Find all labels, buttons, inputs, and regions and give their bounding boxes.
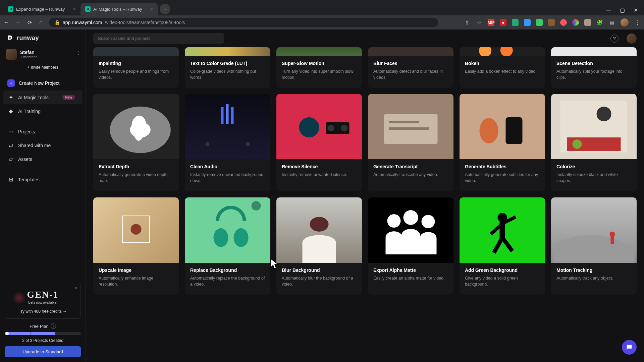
tool-desc: Automatically track any object.: [556, 275, 631, 281]
tool-card-blur-faces[interactable]: Blur FacesAutomatically detect and blur …: [368, 47, 453, 88]
close-icon[interactable]: ×: [73, 6, 76, 12]
info-icon[interactable]: i: [51, 323, 56, 329]
tool-card-replace-background[interactable]: Replace BackgroundAutomatically replace …: [185, 197, 270, 295]
tool-thumb: [185, 47, 270, 56]
promo-cta-link[interactable]: Try with 400 free credits →: [19, 309, 67, 314]
tool-card-inpainting[interactable]: InpaintingEasily remove people and thing…: [93, 47, 179, 88]
tool-thumb: [551, 47, 637, 56]
extension-icon[interactable]: [548, 19, 555, 26]
tool-desc: Automatically generate a video depth map…: [99, 172, 173, 184]
chat-fab[interactable]: [622, 340, 637, 355]
tool-card-generate-transcript[interactable]: Generate TranscriptAutomatically transcr…: [368, 94, 453, 191]
sidebar-item-ai-training[interactable]: ◆ AI Training: [0, 104, 86, 118]
chrome-profile-avatar[interactable]: [621, 18, 629, 26]
tool-thumb: [93, 47, 179, 56]
templates-icon: ⊞: [7, 176, 14, 183]
help-icon[interactable]: ?: [610, 35, 619, 43]
close-icon[interactable]: ×: [150, 6, 153, 12]
promo-glow: [12, 291, 26, 305]
browser-tab[interactable]: R Expand Image – Runway ×: [3, 3, 80, 15]
forward-icon[interactable]: →: [15, 19, 21, 25]
extension-icon[interactable]: [560, 19, 567, 26]
workspace-switcher[interactable]: Stefan 1 member ˄˅: [0, 46, 86, 62]
tool-card-bokeh[interactable]: BokehEasily add a bokeh effect to any vi…: [460, 47, 545, 88]
tool-grid: InpaintingEasily remove people and thing…: [86, 47, 644, 308]
svg-point-15: [597, 107, 611, 121]
sidebar-item-assets[interactable]: ▱ Assets: [0, 152, 86, 166]
plan-box: Free Plan i 2 of 3 Projects Created Upgr…: [5, 323, 81, 357]
sidepanel-icon[interactable]: ▤: [608, 19, 615, 26]
sidebar-item-shared[interactable]: ⇄ Shared with me: [0, 138, 86, 152]
nav-label: Projects: [18, 129, 35, 134]
tool-thumb: [460, 197, 545, 263]
share-icon[interactable]: ⇪: [464, 19, 470, 26]
tab-title: Expand Image – Runway: [16, 7, 65, 12]
logo[interactable]: runway: [0, 29, 86, 46]
svg-line-32: [502, 238, 513, 251]
extensions-puzzle-icon[interactable]: 🧩: [596, 19, 603, 26]
tool-card-colorize[interactable]: ColorizeInstantly colorize black and whi…: [551, 94, 637, 191]
maximize-icon[interactable]: ▢: [620, 7, 625, 13]
extension-icon[interactable]: [584, 19, 591, 26]
close-window-icon[interactable]: ✕: [634, 7, 638, 13]
home-icon[interactable]: ⌂: [38, 19, 44, 25]
upgrade-button[interactable]: Upgrade to Standard: [5, 346, 81, 357]
plan-name: Free Plan: [30, 324, 48, 329]
sidebar-item-magic-tools[interactable]: ✦ AI Magic Tools New: [3, 90, 82, 104]
tool-card-add-green-background[interactable]: Add Green BackgroundGive any video a sol…: [460, 197, 545, 295]
tool-card-motion-tracking[interactable]: Motion TrackingAutomatically track any o…: [551, 197, 637, 295]
tool-title: Motion Tracking: [556, 267, 631, 273]
tool-card-generate-subtitles[interactable]: Generate SubtitlesAutomatically generate…: [460, 94, 545, 191]
tool-desc: Color-grade videos with nothing but word…: [190, 68, 265, 80]
tool-card-export-alpha-matte[interactable]: Export Alpha MatteEasily create an alpha…: [368, 197, 453, 295]
tool-title: Extract Depth: [99, 164, 173, 169]
tool-desc: Instantly remove unwanted background noi…: [190, 172, 265, 184]
reload-icon[interactable]: ⟳: [26, 19, 33, 26]
svg-rect-13: [506, 117, 523, 144]
gen1-promo: × GEN-1 Beta now available! Try with 400…: [5, 283, 81, 319]
tool-card-upscale-image[interactable]: Upscale ImageAutomatically enhance image…: [93, 197, 179, 295]
tool-thumb: [276, 94, 362, 159]
kebab-menu-icon[interactable]: ⋮: [634, 19, 641, 26]
tool-card-slow-motion[interactable]: Super-Slow MotionTurn any video into sup…: [276, 47, 362, 88]
extension-icon[interactable]: [524, 19, 531, 26]
address-bar: ← → ⟳ ⌂ 🔒 app.runwayml.com/video-tools/t…: [0, 15, 644, 29]
search-input[interactable]: [93, 33, 224, 44]
svg-rect-10: [389, 121, 419, 123]
tool-thumb: [460, 47, 545, 56]
star-icon[interactable]: ☆: [476, 19, 482, 26]
extension-icon[interactable]: [572, 19, 579, 26]
create-project-button[interactable]: ＋ Create New Project: [0, 76, 86, 90]
sidebar-item-projects[interactable]: ▭ Projects: [0, 125, 86, 138]
tool-title: Blur Background: [282, 267, 357, 273]
extension-icon[interactable]: [536, 19, 543, 26]
tool-title: Inpainting: [99, 61, 173, 66]
tool-thumb: [551, 94, 637, 159]
tool-card-scene-detection[interactable]: Scene DetectionAutomatically split your …: [551, 47, 637, 88]
tool-card-blur-background[interactable]: Blur BackgroundAutomatically blur the ba…: [276, 197, 362, 295]
sidebar-item-templates[interactable]: ⊞ Templates: [0, 173, 86, 186]
app-user-avatar[interactable]: [627, 34, 637, 44]
tool-card-lut[interactable]: Text to Color Grade (LUT)Color-grade vid…: [185, 47, 270, 88]
minimize-icon[interactable]: ―: [606, 7, 611, 13]
svg-point-21: [214, 228, 228, 247]
tool-card-extract-depth[interactable]: Extract DepthAutomatically generate a vi…: [93, 94, 179, 191]
tool-card-remove-silence[interactable]: Remove SilenceInstantly remove unwanted …: [276, 94, 362, 191]
svg-point-24: [387, 214, 401, 228]
extension-icon[interactable]: ■: [500, 19, 506, 26]
browser-tab-active[interactable]: R AI Magic Tools – Runway ×: [80, 3, 158, 15]
tool-thumb: [93, 197, 179, 263]
close-icon[interactable]: ×: [75, 285, 78, 291]
url-field[interactable]: 🔒 app.runwayml.com/video-tools/teams/ste…: [49, 18, 438, 27]
extension-abp-icon[interactable]: ABP: [488, 19, 494, 26]
extension-icon[interactable]: [512, 19, 519, 26]
invite-members-link[interactable]: + Invite Members: [5, 65, 80, 70]
tool-title: Bokeh: [465, 61, 540, 66]
url-path: /video-tools/teams/stefanstp08/ai-tools: [105, 20, 185, 25]
tool-title: Blur Faces: [373, 61, 448, 66]
new-tab-button[interactable]: ＋: [160, 4, 170, 14]
back-icon[interactable]: ←: [3, 19, 10, 25]
user-name: Stefan: [20, 50, 37, 55]
tool-desc: Automatically replace the background of …: [190, 275, 265, 287]
tool-card-clean-audio[interactable]: Clean AudioInstantly remove unwanted bac…: [185, 94, 270, 191]
